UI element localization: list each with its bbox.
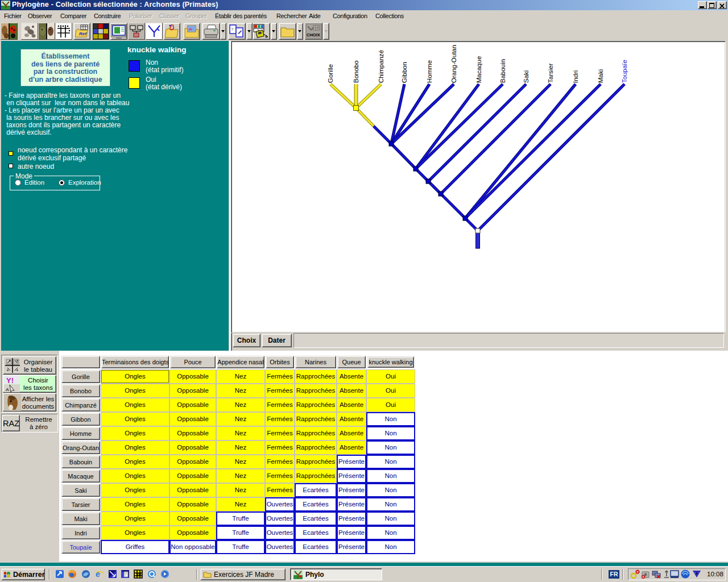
svg-text:Indri: Indri bbox=[572, 70, 579, 83]
svg-text:CHOIX: CHOIX bbox=[307, 32, 320, 38]
svg-text:XP: XP bbox=[136, 573, 142, 577]
svg-text:Babouin: Babouin bbox=[499, 59, 506, 83]
svg-text:e: e bbox=[96, 569, 100, 579]
svg-text:Maki: Maki bbox=[597, 69, 604, 83]
svg-text:Macaque: Macaque bbox=[475, 56, 482, 83]
svg-text:Y!: Y! bbox=[6, 376, 14, 385]
svg-text:Toupaïe: Toupaïe bbox=[621, 60, 628, 83]
svg-text:Homme: Homme bbox=[426, 60, 433, 83]
svg-text:Gibbon: Gibbon bbox=[401, 62, 408, 83]
svg-text:?: ? bbox=[231, 27, 234, 32]
svg-text:Tarsier: Tarsier bbox=[547, 63, 554, 83]
svg-text:Chimpanzé: Chimpanzé bbox=[378, 50, 384, 83]
svg-text:Gorille: Gorille bbox=[327, 64, 334, 83]
svg-text:Bonobo: Bonobo bbox=[353, 60, 359, 83]
svg-text:Ref: Ref bbox=[79, 31, 87, 36]
svg-text:Orang-Outan: Orang-Outan bbox=[450, 45, 457, 83]
svg-text:Saki: Saki bbox=[523, 70, 530, 83]
